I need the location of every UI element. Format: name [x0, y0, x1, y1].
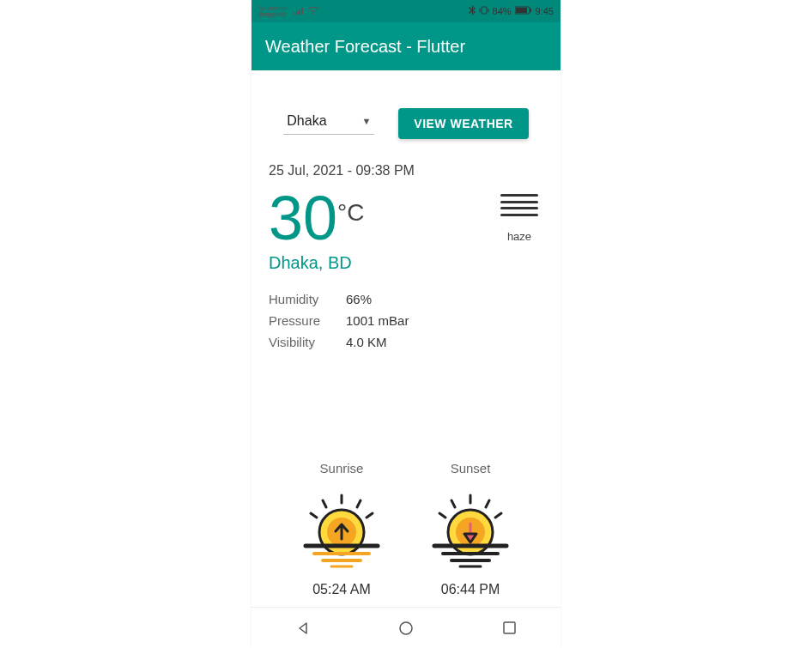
nav-back-button[interactable]	[294, 620, 312, 637]
svg-point-31	[400, 622, 412, 634]
svg-line-21	[439, 513, 445, 518]
app-bar: Weather Forecast - Flutter	[251, 22, 561, 70]
status-left: No service Banglalink	[258, 5, 319, 17]
humidity-value: 66%	[346, 292, 372, 306]
svg-line-10	[367, 513, 373, 518]
stat-visibility: Visibility 4.0 KM	[269, 335, 547, 349]
content-area: Dhaka ▼ VIEW WEATHER 25 Jul, 2021 - 09:3…	[251, 70, 561, 597]
haze-icon	[500, 194, 538, 216]
sunset-column: Sunset	[423, 461, 518, 597]
controls-row: Dhaka ▼ VIEW WEATHER	[265, 108, 547, 139]
sunset-time: 06:44 PM	[441, 582, 500, 597]
visibility-value: 4.0 KM	[346, 335, 387, 349]
vibrate-icon	[479, 6, 489, 16]
visibility-label: Visibility	[269, 335, 346, 349]
svg-line-22	[495, 513, 501, 518]
svg-line-9	[311, 513, 317, 518]
wifi-icon	[307, 6, 319, 16]
battery-icon	[515, 6, 532, 16]
sun-times-row: Sunrise	[265, 461, 547, 597]
svg-line-8	[357, 500, 361, 507]
status-right: 84% 9:45	[469, 5, 554, 17]
sunrise-column: Sunrise	[294, 461, 389, 597]
svg-line-7	[323, 500, 326, 507]
svg-rect-0	[482, 7, 487, 14]
temperature-value: 30	[269, 187, 337, 249]
dropdown-selected-text: Dhaka	[287, 113, 326, 129]
signal-icon	[294, 6, 306, 16]
datetime-text: 25 Jul, 2021 - 09:38 PM	[265, 163, 547, 179]
condition-block: haze	[500, 194, 538, 243]
svg-rect-4	[516, 8, 527, 13]
pressure-label: Pressure	[269, 313, 346, 328]
svg-rect-5	[530, 9, 531, 12]
temperature-unit: °C	[337, 199, 364, 227]
battery-percent: 84%	[493, 6, 512, 16]
nav-home-button[interactable]	[397, 620, 415, 637]
svg-line-20	[486, 500, 489, 507]
pressure-value: 1001 mBar	[346, 313, 409, 328]
app-title: Weather Forecast - Flutter	[265, 37, 465, 57]
stats-block: Humidity 66% Pressure 1001 mBar Visibili…	[265, 292, 547, 349]
stat-pressure: Pressure 1001 mBar	[269, 313, 547, 328]
android-nav-bar	[251, 607, 561, 648]
temperature-row: 30 °C haze	[265, 187, 547, 249]
status-bar: No service Banglalink 84% 9:45	[251, 0, 561, 22]
sunrise-icon	[299, 491, 385, 568]
view-weather-button[interactable]: VIEW WEATHER	[398, 108, 528, 139]
nav-recent-button[interactable]	[500, 620, 518, 637]
svg-rect-32	[504, 622, 515, 633]
bluetooth-icon	[469, 5, 476, 17]
stat-humidity: Humidity 66%	[269, 292, 547, 306]
carrier-text-1: No service	[258, 5, 287, 11]
city-dropdown[interactable]: Dhaka ▼	[283, 113, 374, 135]
sunrise-label: Sunrise	[320, 461, 364, 475]
condition-label: haze	[507, 230, 531, 243]
chevron-down-icon: ▼	[361, 116, 371, 126]
status-time: 9:45	[536, 6, 554, 16]
phone-frame: No service Banglalink 84% 9:45 W	[251, 0, 561, 648]
sunset-icon	[427, 491, 513, 568]
svg-line-19	[451, 500, 455, 507]
temperature-group: 30 °C	[269, 187, 365, 249]
location-text: Dhaka, BD	[265, 253, 547, 273]
sunrise-time: 05:24 AM	[312, 582, 371, 597]
carrier-info: No service Banglalink	[258, 5, 287, 17]
sunset-label: Sunset	[451, 461, 491, 475]
humidity-label: Humidity	[269, 292, 346, 306]
carrier-text-2: Banglalink	[258, 11, 287, 17]
